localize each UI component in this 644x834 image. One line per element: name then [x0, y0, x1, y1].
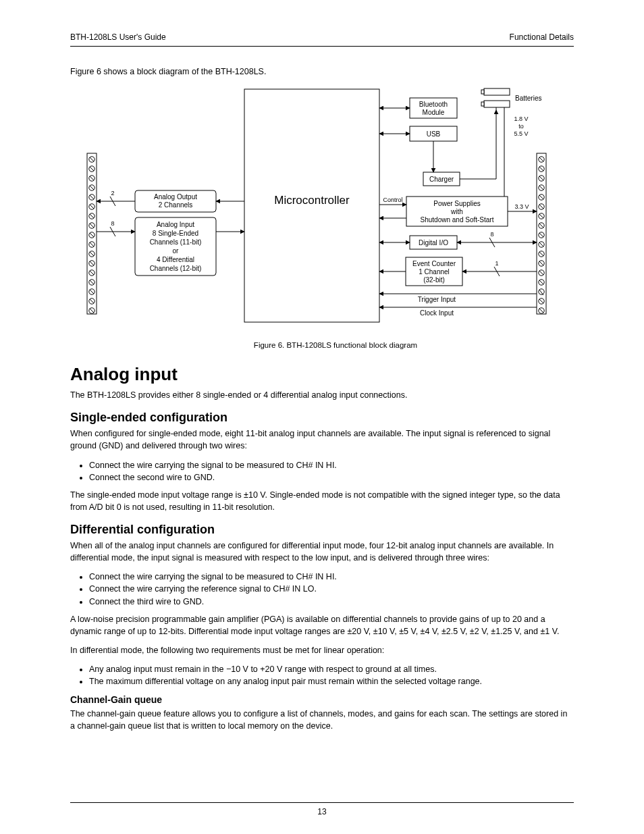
- svg-rect-95: [481, 90, 484, 94]
- list-item: Any analog input must remain in the −10 …: [89, 663, 574, 675]
- list-diff-req: Any analog input must remain in the −10 …: [70, 663, 574, 687]
- para-diff-2: A low-noise precision programmable gain …: [70, 613, 574, 637]
- page-footer: 13: [70, 802, 574, 807]
- list-item: Connect the second wire to GND.: [89, 471, 574, 484]
- svg-text:3.3 V: 3.3 V: [514, 203, 529, 210]
- svg-rect-94: [484, 88, 510, 95]
- list-se: Connect the wire carrying the signal to …: [70, 459, 574, 484]
- svg-text:1: 1: [495, 260, 498, 267]
- list-item: Connect the wire carrying the reference …: [89, 583, 574, 595]
- page-header: BTH-1208LS User's Guide Functional Detai…: [70, 32, 574, 47]
- svg-text:8: 8: [490, 231, 493, 238]
- svg-text:2 Channels: 2 Channels: [159, 201, 193, 209]
- svg-text:Channels (12-bit): Channels (12-bit): [150, 265, 202, 272]
- header-left: BTH-1208LS User's Guide: [70, 32, 166, 42]
- svg-rect-96: [484, 101, 510, 107]
- svg-text:Control: Control: [383, 197, 402, 203]
- svg-text:1 Channel: 1 Channel: [419, 268, 450, 276]
- svg-text:4 Differential: 4 Differential: [157, 256, 194, 263]
- microcontroller-label: Microcontroller: [274, 194, 350, 207]
- para-cgq: The channel-gain queue feature allows yo…: [70, 708, 574, 732]
- svg-text:Power Supplies: Power Supplies: [433, 200, 480, 207]
- svg-text:Analog Output: Analog Output: [154, 193, 197, 201]
- list-diff-wiring: Connect the wire carrying the signal to …: [70, 571, 574, 607]
- list-item: Connect the wire carrying the signal to …: [89, 571, 574, 583]
- section-analog-input: Analog input: [70, 364, 574, 385]
- svg-text:Charger: Charger: [429, 176, 454, 183]
- svg-text:Trigger Input: Trigger Input: [418, 296, 456, 303]
- svg-text:(32-bit): (32-bit): [423, 276, 445, 284]
- svg-text:USB: USB: [427, 130, 441, 138]
- svg-text:Module: Module: [423, 109, 445, 116]
- right-terminal-strip: [537, 153, 546, 314]
- figure-intro: Figure 6 shows a block diagram of the BT…: [70, 66, 574, 78]
- svg-text:or: or: [173, 247, 180, 255]
- list-item: Connect the third wire to GND.: [89, 596, 574, 608]
- left-terminal-strip: [87, 153, 97, 314]
- svg-text:with: with: [450, 208, 463, 215]
- list-item: Connect the wire carrying the signal to …: [89, 459, 574, 471]
- para-ai-intro: The BTH-1208LS provides either 8 single-…: [70, 389, 574, 401]
- svg-text:to: to: [518, 123, 524, 130]
- subsubsection-cgq: Channel-Gain queue: [70, 694, 574, 705]
- batteries-icon: [481, 88, 510, 107]
- svg-text:1.8 V: 1.8 V: [514, 115, 528, 122]
- svg-text:Clock Input: Clock Input: [420, 309, 454, 317]
- svg-text:Event Counter: Event Counter: [412, 260, 456, 267]
- svg-text:Analog Input: Analog Input: [157, 221, 194, 228]
- svg-text:8 Single-Ended: 8 Single-Ended: [153, 230, 198, 237]
- batteries-label: Batteries: [515, 95, 541, 102]
- svg-text:5.5 V: 5.5 V: [514, 130, 528, 137]
- page-number: 13: [317, 807, 326, 816]
- para-diff-3: In differential mode, the following two …: [70, 644, 574, 656]
- svg-text:Bluetooth: Bluetooth: [419, 101, 448, 108]
- subsection-se: Single-ended configuration: [70, 411, 574, 425]
- para-se-2: The single-ended mode input voltage rang…: [70, 489, 574, 513]
- svg-rect-97: [481, 102, 484, 106]
- svg-text:2: 2: [111, 190, 114, 197]
- header-right: Functional Details: [510, 32, 574, 42]
- block-diagram: Microcontroller Analog Output 2 Channels…: [86, 86, 558, 336]
- svg-text:Shutdown and Soft-Start: Shutdown and Soft-Start: [421, 216, 494, 224]
- para-se-1: When configured for single-ended mode, e…: [70, 427, 574, 452]
- subsection-diff: Differential configuration: [70, 523, 574, 537]
- list-item: The maximum differential voltage on any …: [89, 675, 574, 687]
- svg-text:Digital I/O: Digital I/O: [419, 239, 448, 246]
- figure-caption: Figure 6. BTH-1208LS functional block di…: [97, 341, 574, 349]
- svg-text:Channels (11-bit): Channels (11-bit): [150, 238, 202, 246]
- svg-text:8: 8: [111, 220, 114, 227]
- para-diff-1: When all of the analog input channels ar…: [70, 540, 574, 564]
